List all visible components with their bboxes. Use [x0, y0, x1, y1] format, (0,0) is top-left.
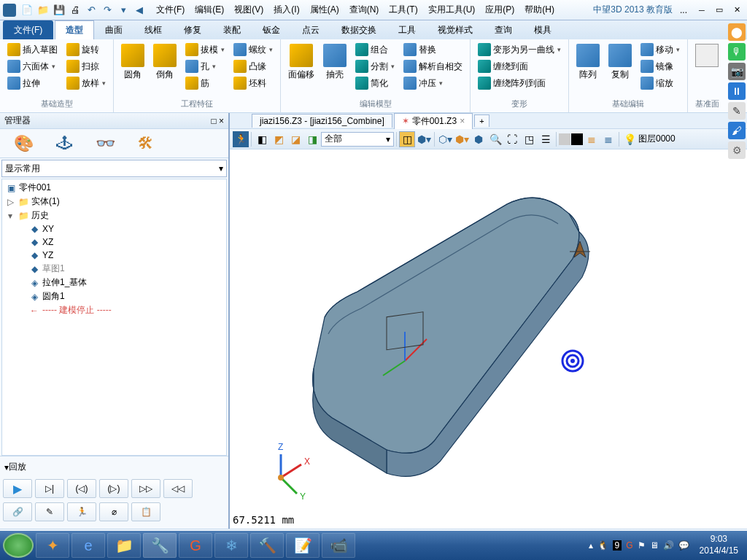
vt-color1[interactable]	[559, 133, 570, 145]
model-canvas[interactable]: X Z Y 67.5211 mm	[230, 149, 747, 529]
close-button[interactable]: ✕	[729, 4, 744, 16]
rewind-button[interactable]: ◁◁	[163, 479, 193, 498]
vt-shade-icon[interactable]: ⬢▾	[416, 131, 432, 147]
vt-color2[interactable]	[571, 133, 583, 145]
revolve-button[interactable]: 旋转	[65, 42, 107, 57]
tree-sketch1[interactable]: ◆草图1	[2, 262, 226, 276]
tree-xy[interactable]: ◆XY	[2, 222, 226, 236]
tree-yz[interactable]: ◆YZ	[2, 249, 226, 262]
document-tab-1[interactable]: jiazi156.Z3 - [jiazi156_Combine]	[252, 114, 392, 128]
tray-qq-icon[interactable]: 🐧	[597, 540, 608, 551]
loft-button[interactable]: 放样▾	[65, 76, 107, 90]
ribbon-tab-assembly[interactable]: 装配	[212, 20, 252, 39]
layer-label[interactable]: 图层0000	[638, 133, 676, 145]
extrude-button[interactable]: 拉伸	[6, 76, 59, 90]
ribbon-tab-sheetmetal[interactable]: 钣金	[252, 20, 291, 39]
tree-xz[interactable]: ◆XZ	[2, 236, 226, 249]
ribbon-tab-pointcloud[interactable]: 点云	[291, 20, 330, 39]
vt-box2-icon[interactable]: ⬢	[471, 131, 487, 147]
undo-icon[interactable]: ↶	[85, 4, 98, 17]
tool-clipboard-button[interactable]: 📋	[131, 502, 160, 521]
vt-run-icon[interactable]: 🏃	[233, 131, 249, 147]
resolve-selfintersect-button[interactable]: 解析自相交	[402, 59, 464, 74]
ribbon-tab-file[interactable]: 文件(F)	[3, 20, 53, 39]
face-offset-button[interactable]: 面偏移	[287, 42, 316, 82]
vt-eraser-icon[interactable]: ◧	[254, 131, 270, 147]
draft-button[interactable]: 拔模▾	[184, 42, 226, 57]
ribbon-tab-wireframe[interactable]: 线框	[133, 20, 173, 39]
menu-view[interactable]: 视图(V)	[230, 2, 268, 18]
fillet-button[interactable]: 圆角	[120, 42, 146, 82]
thread-button[interactable]: 螺纹▾	[232, 42, 274, 57]
shell-button[interactable]: 抽壳	[322, 42, 348, 82]
flange-button[interactable]: 凸缘	[232, 59, 274, 74]
filter-combo[interactable]: 全部▾	[321, 132, 394, 147]
manager-tab-tools-icon[interactable]: 🛠	[134, 133, 158, 154]
restore-button[interactable]: ▭	[712, 4, 727, 16]
vt-cube3-icon[interactable]: ◨	[304, 131, 320, 147]
tool-calipers-button[interactable]: ⌀	[99, 502, 128, 521]
menu-utilities[interactable]: 实用工具(U)	[424, 2, 480, 18]
menu-application[interactable]: 应用(P)	[481, 2, 519, 18]
next-button[interactable]: (▷)	[99, 479, 128, 498]
dock-brush-icon[interactable]: 🖌	[728, 122, 746, 139]
ribbon-tab-dataexchange[interactable]: 数据交换	[330, 20, 387, 39]
rib-button[interactable]: 筋	[184, 76, 226, 90]
dock-pause-icon[interactable]: ⏸	[728, 82, 746, 100]
vt-cube2-icon[interactable]: ◪	[287, 131, 303, 147]
save-icon[interactable]: 💾	[53, 4, 66, 17]
stock-button[interactable]: 坯料	[232, 76, 274, 90]
datum-button[interactable]	[694, 42, 720, 69]
tree-root[interactable]: ▣零件001	[2, 181, 226, 195]
menu-attribute[interactable]: 属性(A)	[306, 2, 344, 18]
tool-chain-button[interactable]: 🔗	[3, 502, 32, 521]
manager-tab-glasses-icon[interactable]: 👓	[93, 133, 117, 154]
vt-zoom-icon[interactable]: 🔍	[487, 131, 503, 147]
open-icon[interactable]: 📁	[36, 4, 50, 17]
ribbon-tab-tools[interactable]: 工具	[387, 20, 427, 39]
minimize-button[interactable]: ─	[694, 4, 709, 16]
mirror-button[interactable]: 镜像	[639, 59, 681, 74]
ribbon-tab-mold[interactable]: 模具	[523, 20, 562, 39]
tree-extrude1[interactable]: ◈拉伸1_基体	[2, 276, 226, 289]
ribbon-tab-modeling[interactable]: 造型	[55, 20, 94, 39]
vt-box-icon[interactable]: ⬢▾	[454, 131, 470, 147]
hexahedron-button[interactable]: 六面体▾	[6, 59, 59, 74]
manager-tab-palette-icon[interactable]: 🎨	[12, 133, 35, 154]
playback-header[interactable]: ▾ 回放	[3, 459, 225, 475]
taskbar-app-red[interactable]: G	[179, 533, 212, 558]
dock-mic-icon[interactable]: 🎙	[728, 43, 746, 61]
taskbar-explorer[interactable]: 📁	[107, 533, 141, 558]
menu-insert[interactable]: 插入(I)	[269, 2, 303, 18]
insert-sketch-button[interactable]: 插入草图	[6, 42, 59, 57]
punch-button[interactable]: 冲压▾	[402, 76, 464, 90]
prev-button[interactable]: (◁)	[67, 479, 96, 498]
vt-layer-icon[interactable]: ≣	[584, 131, 600, 147]
new-tab-button[interactable]: +	[474, 114, 489, 127]
pattern-button[interactable]: 阵列	[575, 42, 601, 82]
tree-history[interactable]: ▾📁历史	[2, 209, 226, 222]
vt-cube1-icon[interactable]: ◩	[271, 131, 287, 147]
deform-curve-button[interactable]: 变形为另一曲线▾	[476, 42, 562, 57]
vt-view1-icon[interactable]: ◳	[521, 131, 537, 147]
start-button[interactable]	[3, 533, 34, 558]
tray-vol-icon[interactable]: 🔊	[663, 540, 674, 551]
play-button[interactable]: ▶	[3, 479, 32, 498]
vt-layer2-icon[interactable]: ≣	[600, 131, 616, 147]
vt-bulb-icon[interactable]: 💡	[622, 131, 638, 147]
back-icon[interactable]: ◀	[133, 4, 146, 17]
customize-dropdown-icon[interactable]: ▾	[117, 4, 130, 17]
tray-msg-icon[interactable]: 💬	[678, 540, 689, 551]
vt-face-icon[interactable]: ◫	[399, 131, 415, 147]
tree-modeling-stop[interactable]: ←----- 建模停止 -----	[2, 303, 226, 317]
taskbar-app-1[interactable]: ✦	[36, 533, 69, 558]
dock-tool-icon[interactable]: ✎	[728, 102, 746, 120]
hole-button[interactable]: 孔▾	[184, 59, 226, 74]
ribbon-tab-visualstyle[interactable]: 视觉样式	[427, 20, 484, 39]
split-button[interactable]: 分割▾	[354, 59, 396, 74]
simplify-button[interactable]: 简化	[354, 76, 396, 90]
vt-fit-icon[interactable]: ⛶	[504, 131, 520, 147]
menu-edit[interactable]: 编辑(E)	[190, 2, 228, 18]
print-icon[interactable]: 🖨	[69, 4, 82, 17]
taskbar-app-blue[interactable]: 🔨	[250, 533, 284, 558]
